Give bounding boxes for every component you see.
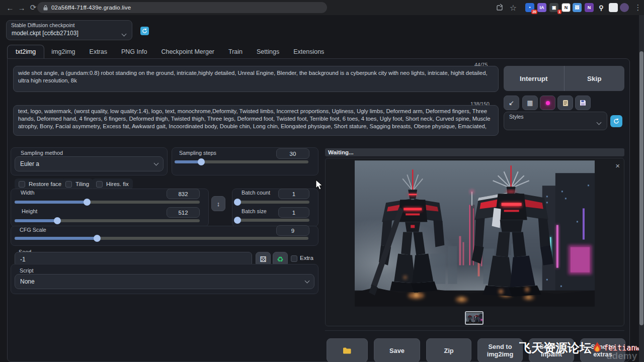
apply-style-button[interactable]: [557, 96, 573, 110]
batch-count-input[interactable]: 1: [278, 189, 309, 199]
extension-icon-camera[interactable]: ▣ 1: [549, 3, 558, 12]
flame-icon: [592, 341, 603, 354]
restore-faces-checkbox[interactable]: [19, 181, 25, 188]
extra-networks-icon: [546, 101, 550, 105]
output-divider: [325, 330, 624, 331]
skip-button[interactable]: Skip: [564, 66, 625, 91]
tiling-option[interactable]: Tiling: [61, 178, 93, 190]
clipboard-icon: [562, 100, 569, 107]
tiling-checkbox[interactable]: [65, 181, 72, 188]
extension-icon-onenote[interactable]: N: [585, 3, 594, 12]
interrupt-button[interactable]: Interrupt: [504, 66, 564, 91]
height-input[interactable]: 512: [167, 207, 200, 218]
chevron-down-icon: [597, 120, 602, 125]
sampling-steps-input[interactable]: 30: [276, 148, 309, 159]
hires-fix-label: Hires. fix: [106, 181, 129, 187]
cfg-block: [11, 226, 318, 246]
url-text: 02a56ff4-71ff-439e.gradio.live: [51, 5, 131, 11]
tab-txt2img[interactable]: txt2img: [7, 45, 44, 58]
batch-size-slider[interactable]: [236, 219, 309, 222]
swap-arrows-icon: ↕: [217, 200, 220, 208]
extension-badge: 1: [557, 10, 561, 14]
batch-size-input[interactable]: 1: [278, 207, 309, 218]
extension-badge: 20: [531, 10, 537, 14]
extension-icon-notion[interactable]: N: [561, 3, 571, 12]
extension-icon-image[interactable]: 🖼: [573, 3, 582, 12]
udemy-watermark: udemy: [606, 350, 637, 361]
folder-icon: [343, 347, 352, 354]
scrollbar-thumb[interactable]: [639, 51, 643, 325]
reload-icon[interactable]: ⟳: [28, 3, 38, 13]
seed-extra-checkbox[interactable]: [291, 255, 297, 262]
image-output-area: ×: [325, 158, 624, 326]
page-scrollbar[interactable]: [639, 15, 644, 362]
sampling-steps-slider[interactable]: [175, 160, 308, 163]
prompt-input[interactable]: wide shot angle, a (gundam:0.8) robot st…: [13, 66, 499, 92]
open-folder-button[interactable]: [327, 338, 368, 362]
height-slider[interactable]: [15, 219, 200, 222]
swap-dimensions-button[interactable]: ↕: [211, 196, 225, 211]
paste-arrow-icon: ↙: [509, 99, 514, 107]
checkpoint-label: Stable Diffusion checkpoint: [11, 22, 74, 28]
chevron-down-icon: [122, 32, 127, 37]
menu-dots-icon[interactable]: ⋮: [633, 3, 643, 13]
negative-prompt-input[interactable]: text, logo, watermark, (worst quality, l…: [13, 105, 499, 136]
close-image-icon[interactable]: ×: [615, 162, 620, 169]
tab-img2img[interactable]: img2img: [44, 45, 82, 58]
gallery-thumbnail[interactable]: [465, 311, 484, 325]
mouse-cursor: [315, 179, 324, 191]
tab-extras[interactable]: Extras: [83, 45, 114, 58]
styles-dropdown[interactable]: Styles: [504, 112, 607, 130]
profile-avatar[interactable]: [620, 3, 629, 12]
lock-icon: [43, 5, 48, 11]
refresh-checkpoints-button[interactable]: [140, 27, 149, 35]
extension-icon-download[interactable]: • 20: [525, 3, 534, 12]
cfg-scale-input[interactable]: 9: [276, 225, 309, 236]
hires-fix-option[interactable]: Hires. fix: [92, 178, 133, 190]
chevron-down-icon: [154, 161, 159, 166]
trash-icon: ▦: [527, 99, 533, 107]
refresh-styles-button[interactable]: [610, 115, 622, 127]
extensions-puzzle-icon[interactable]: ⚲: [597, 3, 606, 12]
sampling-method-select[interactable]: Euler a: [15, 156, 164, 171]
save-style-button[interactable]: [575, 96, 591, 110]
progress-status: Waiting...: [325, 148, 624, 156]
seed-value: -1: [20, 256, 26, 263]
tab-extensions[interactable]: Extensions: [286, 45, 331, 58]
paste-params-button[interactable]: ↙: [504, 96, 519, 110]
back-icon[interactable]: ←: [5, 3, 15, 13]
width-input[interactable]: 832: [167, 189, 200, 199]
address-bar[interactable]: 02a56ff4-71ff-439e.gradio.live: [37, 2, 327, 13]
main-tabs: txt2img img2img Extras PNG Info Checkpoi…: [7, 45, 630, 58]
tab-train[interactable]: Train: [221, 45, 250, 58]
tab-png-info[interactable]: PNG Info: [114, 45, 154, 58]
interrupt-skip-group: Interrupt Skip: [504, 66, 624, 91]
restore-faces-option[interactable]: Restore faces: [15, 178, 68, 190]
side-panel-icon[interactable]: [609, 3, 618, 12]
dice-icon: ⚄: [260, 255, 266, 264]
generated-image[interactable]: [355, 160, 595, 307]
bookmark-star-icon[interactable]: ☆: [508, 3, 518, 13]
cfg-scale-label: CFG Scale: [20, 227, 46, 233]
batch-count-slider[interactable]: [236, 201, 309, 204]
extra-networks-button[interactable]: [540, 96, 555, 110]
tab-settings[interactable]: Settings: [250, 45, 286, 58]
send-to-img2img-button[interactable]: Send to img2img: [477, 338, 523, 362]
checkpoint-dropdown[interactable]: Stable Diffusion checkpoint model.ckpt […: [6, 20, 132, 40]
cfg-scale-slider[interactable]: [15, 237, 308, 240]
tab-checkpoint-merger[interactable]: Checkpoint Merger: [154, 45, 221, 58]
extension-icon-ia[interactable]: IA: [537, 3, 546, 12]
zip-button[interactable]: Zip: [426, 338, 471, 362]
stable-diffusion-webui: ← → ⟳ 02a56ff4-71ff-439e.gradio.live ☆ •…: [0, 0, 644, 362]
script-select[interactable]: None: [15, 274, 314, 289]
txt2img-panel: 44/75 wide shot angle, a (gundam:0.8) ro…: [7, 58, 630, 362]
refresh-icon: [613, 118, 619, 124]
width-slider[interactable]: [15, 201, 200, 204]
share-icon[interactable]: [496, 4, 504, 12]
recycle-icon: ♻: [277, 255, 283, 264]
clear-prompt-button[interactable]: ▦: [522, 96, 538, 110]
save-button[interactable]: Save: [374, 338, 420, 362]
width-label: Width: [21, 190, 35, 196]
hires-fix-checkbox[interactable]: [96, 181, 103, 188]
forward-icon[interactable]: →: [17, 3, 27, 13]
